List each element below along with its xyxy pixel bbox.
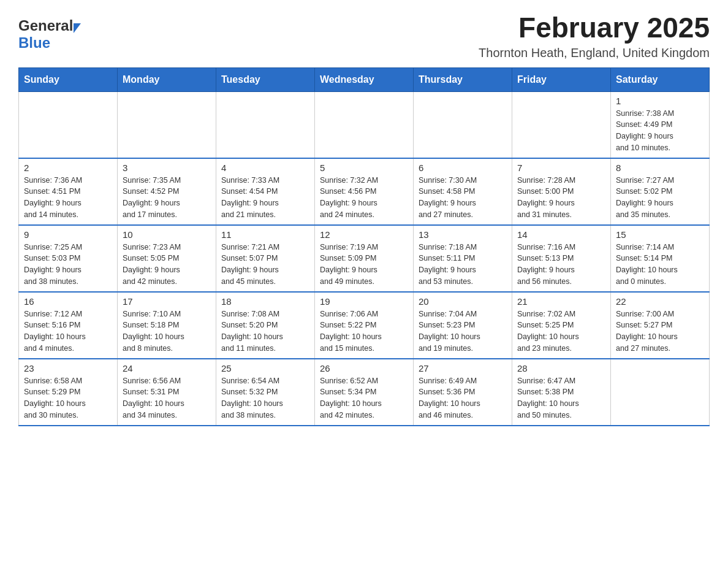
calendar-cell: 27Sunrise: 6:49 AMSunset: 5:36 PMDayligh… xyxy=(414,359,512,426)
calendar-cell: 15Sunrise: 7:14 AMSunset: 5:14 PMDayligh… xyxy=(611,225,710,292)
day-info: Sunrise: 7:02 AMSunset: 5:25 PMDaylight:… xyxy=(517,308,605,354)
day-number: 22 xyxy=(616,296,704,307)
day-info: Sunrise: 7:00 AMSunset: 5:27 PMDaylight:… xyxy=(616,308,704,354)
day-info: Sunrise: 7:06 AMSunset: 5:22 PMDaylight:… xyxy=(320,308,408,354)
calendar-cell: 3Sunrise: 7:35 AMSunset: 4:52 PMDaylight… xyxy=(118,158,216,225)
day-number: 13 xyxy=(419,229,507,240)
calendar-cell: 18Sunrise: 7:08 AMSunset: 5:20 PMDayligh… xyxy=(216,292,315,359)
calendar-cell xyxy=(414,91,512,158)
logo: General Blue xyxy=(18,12,81,52)
calendar-cell: 6Sunrise: 7:30 AMSunset: 4:58 PMDaylight… xyxy=(414,158,512,225)
day-info: Sunrise: 7:12 AMSunset: 5:16 PMDaylight:… xyxy=(24,308,112,354)
day-info: Sunrise: 7:33 AMSunset: 4:54 PMDaylight:… xyxy=(221,175,309,221)
day-info: Sunrise: 7:04 AMSunset: 5:23 PMDaylight:… xyxy=(419,308,507,354)
calendar-cell xyxy=(611,359,710,426)
day-number: 11 xyxy=(221,229,309,240)
day-number: 5 xyxy=(320,163,408,173)
calendar-cell: 23Sunrise: 6:58 AMSunset: 5:29 PMDayligh… xyxy=(19,359,118,426)
logo-blue-text: Blue xyxy=(18,34,50,51)
calendar-cell: 20Sunrise: 7:04 AMSunset: 5:23 PMDayligh… xyxy=(414,292,512,359)
calendar-header-row: SundayMondayTuesdayWednesdayThursdayFrid… xyxy=(19,67,710,91)
day-info: Sunrise: 7:32 AMSunset: 4:56 PMDaylight:… xyxy=(320,175,408,221)
calendar-header-monday: Monday xyxy=(118,67,216,91)
title-area: February 2025 Thornton Heath, England, U… xyxy=(479,12,710,60)
day-info: Sunrise: 7:36 AMSunset: 4:51 PMDaylight:… xyxy=(24,175,112,221)
calendar-cell: 17Sunrise: 7:10 AMSunset: 5:18 PMDayligh… xyxy=(118,292,216,359)
day-number: 18 xyxy=(221,296,309,307)
calendar-cell: 7Sunrise: 7:28 AMSunset: 5:00 PMDaylight… xyxy=(512,158,611,225)
day-number: 14 xyxy=(517,229,605,240)
day-info: Sunrise: 7:27 AMSunset: 5:02 PMDaylight:… xyxy=(616,175,704,221)
calendar-cell: 1Sunrise: 7:38 AMSunset: 4:49 PMDaylight… xyxy=(611,91,710,158)
day-info: Sunrise: 7:10 AMSunset: 5:18 PMDaylight:… xyxy=(123,308,211,354)
calendar-cell: 5Sunrise: 7:32 AMSunset: 4:56 PMDaylight… xyxy=(315,158,414,225)
calendar-cell: 10Sunrise: 7:23 AMSunset: 5:05 PMDayligh… xyxy=(118,225,216,292)
calendar-cell: 28Sunrise: 6:47 AMSunset: 5:38 PMDayligh… xyxy=(512,359,611,426)
logo-triangle-icon xyxy=(74,23,81,33)
calendar-cell: 4Sunrise: 7:33 AMSunset: 4:54 PMDaylight… xyxy=(216,158,315,225)
day-number: 6 xyxy=(419,163,507,173)
day-number: 23 xyxy=(24,363,112,373)
day-info: Sunrise: 7:19 AMSunset: 5:09 PMDaylight:… xyxy=(320,242,408,288)
month-title: February 2025 xyxy=(479,12,710,44)
day-number: 2 xyxy=(24,163,112,173)
calendar-cell: 25Sunrise: 6:54 AMSunset: 5:32 PMDayligh… xyxy=(216,359,315,426)
day-number: 4 xyxy=(221,163,309,173)
calendar-cell: 21Sunrise: 7:02 AMSunset: 5:25 PMDayligh… xyxy=(512,292,611,359)
day-number: 8 xyxy=(616,163,704,173)
day-number: 28 xyxy=(517,363,605,373)
day-number: 17 xyxy=(123,296,211,307)
calendar-week-row: 9Sunrise: 7:25 AMSunset: 5:03 PMDaylight… xyxy=(19,225,710,292)
day-info: Sunrise: 7:30 AMSunset: 4:58 PMDaylight:… xyxy=(419,175,507,221)
day-info: Sunrise: 6:58 AMSunset: 5:29 PMDaylight:… xyxy=(24,375,112,421)
location-subtitle: Thornton Heath, England, United Kingdom xyxy=(479,46,710,60)
calendar-cell: 14Sunrise: 7:16 AMSunset: 5:13 PMDayligh… xyxy=(512,225,611,292)
day-info: Sunrise: 7:08 AMSunset: 5:20 PMDaylight:… xyxy=(221,308,309,354)
logo-general-text: General xyxy=(18,17,73,34)
calendar-cell xyxy=(315,91,414,158)
calendar-header-tuesday: Tuesday xyxy=(216,67,315,91)
day-info: Sunrise: 7:16 AMSunset: 5:13 PMDaylight:… xyxy=(517,242,605,288)
calendar-week-row: 16Sunrise: 7:12 AMSunset: 5:16 PMDayligh… xyxy=(19,292,710,359)
calendar-header-sunday: Sunday xyxy=(19,67,118,91)
calendar-cell: 8Sunrise: 7:27 AMSunset: 5:02 PMDaylight… xyxy=(611,158,710,225)
day-info: Sunrise: 7:14 AMSunset: 5:14 PMDaylight:… xyxy=(616,242,704,288)
calendar-header-saturday: Saturday xyxy=(611,67,710,91)
day-info: Sunrise: 7:28 AMSunset: 5:00 PMDaylight:… xyxy=(517,175,605,221)
day-info: Sunrise: 7:21 AMSunset: 5:07 PMDaylight:… xyxy=(221,242,309,288)
day-number: 10 xyxy=(123,229,211,240)
day-number: 9 xyxy=(24,229,112,240)
day-info: Sunrise: 7:25 AMSunset: 5:03 PMDaylight:… xyxy=(24,242,112,288)
day-number: 7 xyxy=(517,163,605,173)
day-number: 1 xyxy=(616,96,704,106)
calendar-cell xyxy=(216,91,315,158)
day-number: 15 xyxy=(616,229,704,240)
day-number: 26 xyxy=(320,363,408,373)
day-info: Sunrise: 7:18 AMSunset: 5:11 PMDaylight:… xyxy=(419,242,507,288)
day-number: 3 xyxy=(123,163,211,173)
day-number: 16 xyxy=(24,296,112,307)
day-info: Sunrise: 6:49 AMSunset: 5:36 PMDaylight:… xyxy=(419,375,507,421)
calendar-cell: 13Sunrise: 7:18 AMSunset: 5:11 PMDayligh… xyxy=(414,225,512,292)
calendar-cell: 26Sunrise: 6:52 AMSunset: 5:34 PMDayligh… xyxy=(315,359,414,426)
day-number: 24 xyxy=(123,363,211,373)
day-info: Sunrise: 7:23 AMSunset: 5:05 PMDaylight:… xyxy=(123,242,211,288)
day-number: 25 xyxy=(221,363,309,373)
day-info: Sunrise: 7:38 AMSunset: 4:49 PMDaylight:… xyxy=(616,108,704,154)
calendar-week-row: 2Sunrise: 7:36 AMSunset: 4:51 PMDaylight… xyxy=(19,158,710,225)
calendar-cell: 24Sunrise: 6:56 AMSunset: 5:31 PMDayligh… xyxy=(118,359,216,426)
calendar-cell: 12Sunrise: 7:19 AMSunset: 5:09 PMDayligh… xyxy=(315,225,414,292)
calendar-week-row: 1Sunrise: 7:38 AMSunset: 4:49 PMDaylight… xyxy=(19,91,710,158)
calendar-cell: 9Sunrise: 7:25 AMSunset: 5:03 PMDaylight… xyxy=(19,225,118,292)
calendar-cell: 19Sunrise: 7:06 AMSunset: 5:22 PMDayligh… xyxy=(315,292,414,359)
day-info: Sunrise: 6:56 AMSunset: 5:31 PMDaylight:… xyxy=(123,375,211,421)
calendar-cell: 16Sunrise: 7:12 AMSunset: 5:16 PMDayligh… xyxy=(19,292,118,359)
day-number: 21 xyxy=(517,296,605,307)
calendar-cell xyxy=(19,91,118,158)
calendar-header-thursday: Thursday xyxy=(414,67,512,91)
day-number: 20 xyxy=(419,296,507,307)
calendar-week-row: 23Sunrise: 6:58 AMSunset: 5:29 PMDayligh… xyxy=(19,359,710,426)
calendar-cell xyxy=(118,91,216,158)
calendar-table: SundayMondayTuesdayWednesdayThursdayFrid… xyxy=(18,67,710,426)
calendar-header-friday: Friday xyxy=(512,67,611,91)
